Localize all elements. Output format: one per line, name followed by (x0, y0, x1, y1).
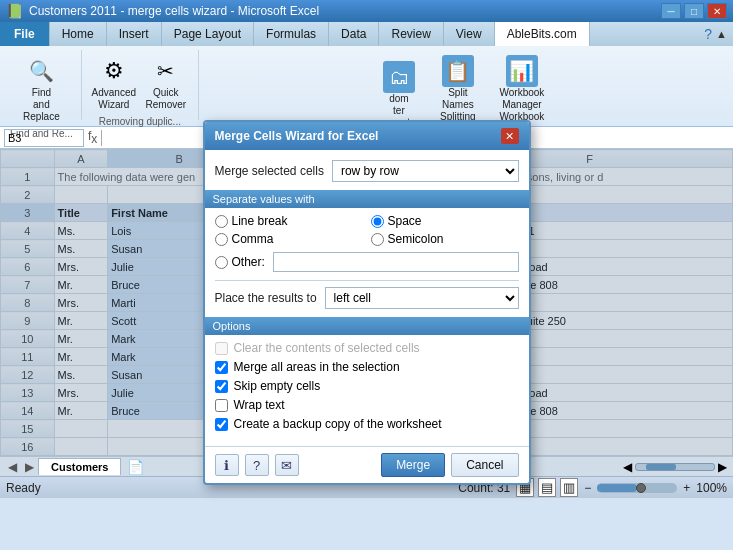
merge-cells-select[interactable]: row by row column by column into one cel… (332, 160, 519, 182)
title-bar: 📗 Customers 2011 - merge cells wizard - … (0, 0, 733, 22)
other-text-input[interactable] (273, 252, 519, 272)
checkbox-skipempty-row: Skip empty cells (215, 379, 519, 393)
checkbox-clear-label: Clear the contents of selected cells (234, 341, 420, 355)
page-break-btn[interactable]: ▥ (560, 478, 578, 497)
sheet-add-icon[interactable]: 📄 (127, 459, 144, 475)
radio-other-input[interactable] (215, 256, 228, 269)
place-results-row: Place the results to left cell right cel… (215, 287, 519, 309)
mail-icon-btn[interactable]: ✉ (275, 454, 299, 476)
scroll-left-icon[interactable]: ◀ (623, 460, 632, 474)
restore-btn[interactable]: □ (684, 3, 704, 19)
help-icon-btn[interactable]: ? (245, 454, 269, 476)
checkbox-skipempty[interactable] (215, 380, 228, 393)
checkbox-clear-row: Clear the contents of selected cells (215, 341, 519, 355)
ribbon-group-find: 🔍 Find andReplace Find and Re... (6, 50, 82, 120)
radio-semicolon-label: Semicolon (388, 232, 444, 246)
scroll-right-icon[interactable]: ▶ (718, 460, 727, 474)
zoom-minus-icon[interactable]: − (584, 481, 591, 495)
modal-body: Merge selected cells row by row column b… (205, 150, 529, 446)
find-replace-label: Find andReplace (22, 87, 60, 123)
radio-comma-input[interactable] (215, 233, 228, 246)
find-replace-icon: 🔍 (25, 55, 57, 87)
radio-other-label: Other: (232, 255, 265, 269)
page-layout-btn[interactable]: ▤ (538, 478, 556, 497)
radio-options-grid: Line break Space Comma Semicolon (215, 214, 519, 246)
checkbox-wraptext-row: Wrap text (215, 398, 519, 412)
minimize-btn[interactable]: ─ (661, 3, 681, 19)
tab-review[interactable]: Review (379, 22, 443, 46)
modal-close-btn[interactable]: ✕ (501, 128, 519, 144)
radio-linebreak: Line break (215, 214, 363, 228)
sheet-nav-next[interactable]: ▶ (21, 460, 38, 474)
merge-cells-label: Merge selected cells (215, 164, 324, 178)
checkbox-skipempty-label: Skip empty cells (234, 379, 321, 393)
footer-action-btns: Merge Cancel (381, 453, 518, 477)
checkbox-clear[interactable] (215, 342, 228, 355)
split-names-icon: 📋 (442, 55, 474, 87)
modal-header: Merge Cells Wizard for Excel ✕ (205, 122, 529, 150)
zoom-level: 100% (696, 481, 727, 495)
info-icon-btn[interactable]: ℹ (215, 454, 239, 476)
radio-linebreak-input[interactable] (215, 215, 228, 228)
tab-ablebits[interactable]: AbleBits.com (495, 22, 590, 46)
tab-view[interactable]: View (444, 22, 495, 46)
find-replace-btn[interactable]: 🔍 Find andReplace (17, 52, 65, 126)
quick-remover-label: QuickRemover (146, 87, 187, 111)
ribbon-tab-bar: File Home Insert Page Layout Formulas Da… (0, 22, 733, 46)
tab-insert[interactable]: Insert (107, 22, 162, 46)
ribbon-group-more: 🗂 domterment 📋 SplitNamesSplitting c... … (203, 50, 727, 120)
modal-divider-1 (215, 280, 519, 281)
footer-icons: ℹ ? ✉ (215, 454, 299, 476)
place-results-label: Place the results to (215, 291, 317, 305)
help-icon[interactable]: ? (704, 26, 712, 42)
tab-data[interactable]: Data (329, 22, 379, 46)
zoom-plus-icon[interactable]: + (683, 481, 690, 495)
ribbon-content: 🔍 Find andReplace Find and Re... ⚙ Advan… (0, 46, 733, 126)
checkbox-mergeall[interactable] (215, 361, 228, 374)
h-scroll-thumb[interactable] (646, 464, 676, 470)
modal-title: Merge Cells Wizard for Excel (215, 129, 379, 143)
place-results-select[interactable]: left cell right cell top cell bottom cel… (325, 287, 519, 309)
radio-semicolon: Semicolon (371, 232, 519, 246)
radio-other: Other: (215, 255, 265, 269)
close-btn[interactable]: ✕ (707, 3, 727, 19)
sheet-tab-customers[interactable]: Customers (38, 458, 121, 475)
merge-cells-dialog: Merge Cells Wizard for Excel ✕ Merge sel… (203, 120, 531, 485)
find-replace-items: 🔍 Find andReplace (17, 52, 65, 126)
options-section-header: Options (205, 317, 529, 335)
options-checkboxes: Clear the contents of selected cells Mer… (215, 341, 519, 431)
main-area: A B C D E F 1 The following data were ge… (0, 149, 733, 456)
formula-divider (101, 130, 102, 146)
zoom-thumb[interactable] (636, 483, 646, 493)
ribbon-group-advanced: ⚙ AdvancedWizard ✂ QuickRemover Removing… (86, 50, 199, 120)
radio-space-input[interactable] (371, 215, 384, 228)
cancel-btn[interactable]: Cancel (451, 453, 518, 477)
tab-home[interactable]: Home (50, 22, 107, 46)
checkbox-backup[interactable] (215, 418, 228, 431)
radio-semicolon-input[interactable] (371, 233, 384, 246)
advanced-group-label: Removing duplic... (99, 114, 181, 127)
zoom-slider[interactable] (597, 483, 677, 493)
tab-page-layout[interactable]: Page Layout (162, 22, 254, 46)
merge-btn[interactable]: Merge (381, 453, 445, 477)
ribbon-collapse-icon[interactable]: ▲ (716, 28, 727, 40)
tab-formulas[interactable]: Formulas (254, 22, 329, 46)
quick-remover-icon: ✂ (150, 55, 182, 87)
tab-file[interactable]: File (0, 22, 50, 46)
window-title: Customers 2011 - merge cells wizard - Mi… (29, 4, 319, 18)
workbook-manager-icon: 📊 (506, 55, 538, 87)
ready-label: Ready (6, 481, 41, 495)
window-controls: ─ □ ✕ (661, 3, 727, 19)
advanced-wizard-label: AdvancedWizard (92, 87, 136, 111)
function-icon: fx (88, 129, 97, 146)
checkbox-mergeall-label: Merge all areas in the selection (234, 360, 400, 374)
checkbox-mergeall-row: Merge all areas in the selection (215, 360, 519, 374)
checkbox-wraptext[interactable] (215, 399, 228, 412)
separate-section-header: Separate values with (205, 190, 529, 208)
advanced-wizard-btn[interactable]: ⚙ AdvancedWizard (90, 52, 138, 114)
quick-remover-btn[interactable]: ✂ QuickRemover (142, 52, 190, 114)
sheet-nav-prev[interactable]: ◀ (4, 460, 21, 474)
name-box[interactable]: B3 (4, 129, 84, 147)
modal-footer: ℹ ? ✉ Merge Cancel (205, 446, 529, 483)
other-row: Other: (215, 252, 519, 272)
